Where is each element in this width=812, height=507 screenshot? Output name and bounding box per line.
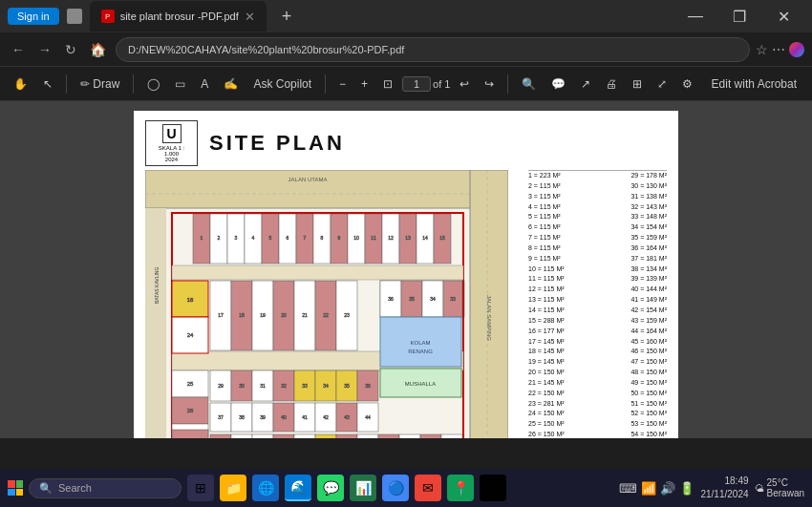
whatsapp-icon[interactable]: 💬 bbox=[317, 475, 344, 501]
page-title-area: U SKALA 1 : 1.000 2024 SITE PLAN bbox=[145, 120, 667, 166]
gmail-icon[interactable]: ✉ bbox=[415, 475, 441, 501]
svg-rect-129 bbox=[420, 434, 441, 438]
svg-rect-10 bbox=[172, 265, 463, 280]
map-area: JALAN UTAMA JALAN SAMPING bbox=[145, 170, 521, 438]
taskbar-right: ⌨ 📶 🔊 🔋 18:49 21/11/2024 🌤 25°C Berawan bbox=[619, 475, 804, 501]
browser-tab[interactable]: P site plant brosur -PDF.pdf ✕ bbox=[90, 1, 267, 32]
network-icon[interactable]: 📶 bbox=[641, 481, 656, 496]
svg-rect-123 bbox=[357, 434, 378, 438]
svg-text:42: 42 bbox=[323, 414, 329, 420]
taskview-button[interactable]: ⊞ bbox=[187, 475, 214, 501]
year-label: 2024 bbox=[165, 157, 178, 162]
draw-tool-button[interactable]: ✏ Draw bbox=[75, 74, 125, 94]
svg-text:21: 21 bbox=[302, 312, 308, 318]
text-tool-button[interactable]: A bbox=[195, 74, 214, 94]
zoom-in-button[interactable]: + bbox=[355, 74, 374, 94]
back-button[interactable]: ← bbox=[8, 40, 29, 59]
reload-button[interactable]: ↻ bbox=[61, 40, 80, 59]
svg-text:10: 10 bbox=[353, 235, 359, 241]
right-side-plots: 36 35 34 33 bbox=[380, 281, 464, 317]
clock[interactable]: 18:49 21/11/2024 bbox=[700, 475, 748, 501]
svg-text:3: 3 bbox=[235, 235, 238, 241]
svg-text:36: 36 bbox=[365, 383, 371, 389]
legend-panel: 1 = 223 M²29 = 178 M²2 = 115 M²30 = 130 … bbox=[528, 170, 667, 438]
chrome-icon[interactable]: 🔵 bbox=[382, 475, 409, 501]
fullscreen-button[interactable]: ⤢ bbox=[652, 74, 673, 94]
volume-icon[interactable]: 🔊 bbox=[660, 481, 675, 496]
start-button[interactable] bbox=[8, 480, 23, 496]
sign-in-button[interactable]: Sign in bbox=[8, 8, 59, 25]
eraser-tool-button[interactable]: ◯ bbox=[141, 74, 165, 94]
edge-taskbar-icon[interactable]: 🌊 bbox=[285, 475, 311, 501]
svg-rect-131 bbox=[441, 434, 462, 438]
fit-page-button[interactable]: ⊡ bbox=[377, 74, 398, 94]
excel-icon[interactable]: 📊 bbox=[350, 475, 376, 501]
svg-text:44: 44 bbox=[365, 414, 371, 420]
tab-title: site plant brosur -PDF.pdf bbox=[120, 11, 239, 22]
zoom-out-button[interactable]: − bbox=[333, 74, 352, 94]
shapes-tool-button[interactable]: ▭ bbox=[169, 74, 191, 94]
annotation-button[interactable]: 💬 bbox=[545, 74, 571, 94]
search-icon: 🔍 bbox=[39, 482, 53, 495]
legend-row: 15 = 288 M²43 = 159 M² bbox=[528, 316, 667, 327]
svg-text:35: 35 bbox=[409, 296, 415, 302]
settings-icon[interactable]: ⋯ bbox=[772, 42, 785, 57]
svg-text:43: 43 bbox=[344, 414, 350, 420]
page-number-input[interactable] bbox=[402, 76, 431, 92]
svg-text:34: 34 bbox=[323, 383, 329, 389]
weather-widget[interactable]: 🌤 25°C Berawan bbox=[755, 477, 804, 498]
svg-text:20: 20 bbox=[281, 312, 287, 318]
legend-row: 5 = 115 M²33 = 148 M² bbox=[528, 212, 667, 222]
edge-icon bbox=[789, 42, 804, 57]
ink-tool-button[interactable]: ✍ bbox=[218, 74, 244, 94]
toolbar-icons: ☆ ⋯ bbox=[756, 42, 804, 57]
favorites-icon[interactable]: ☆ bbox=[756, 42, 768, 57]
battery-icon[interactable]: 🔋 bbox=[679, 481, 694, 496]
title-bar: Sign in P site plant brosur -PDF.pdf ✕ +… bbox=[0, 0, 812, 32]
pan-tool-button[interactable]: ✋ bbox=[8, 74, 33, 94]
svg-text:BATAS KAVLING: BATAS KAVLING bbox=[154, 267, 160, 304]
tab-close-button[interactable]: ✕ bbox=[245, 10, 255, 24]
svg-text:39: 39 bbox=[260, 414, 266, 420]
legend-row: 9 = 115 M²37 = 181 M² bbox=[528, 254, 667, 264]
home-button[interactable]: 🏠 bbox=[86, 40, 110, 59]
tiktok-icon[interactable]: ♪ bbox=[480, 475, 506, 501]
copilot-button[interactable]: Ask Copilot bbox=[247, 74, 317, 94]
search-pdf-button[interactable]: 🔍 bbox=[516, 74, 542, 94]
top-row-plots: 1 2 3 4 5 6 7 bbox=[193, 214, 451, 264]
legend-row: 24 = 150 M²52 = 150 M² bbox=[528, 409, 667, 419]
scale-label: SKALA 1 : 1.000 bbox=[151, 145, 192, 157]
svg-text:32: 32 bbox=[281, 383, 287, 389]
legend-row: 13 = 115 M²41 = 149 M² bbox=[528, 295, 667, 306]
next-page-button[interactable]: ↪ bbox=[479, 74, 500, 94]
new-tab-button[interactable]: + bbox=[274, 7, 300, 27]
language-indicator[interactable]: ⌨ bbox=[619, 481, 637, 496]
scale-box: U SKALA 1 : 1.000 2024 bbox=[145, 120, 198, 166]
restore-button[interactable]: ❐ bbox=[718, 0, 760, 32]
maps-icon[interactable]: 📍 bbox=[447, 475, 474, 501]
pdf-toolbar: ✋ ↖ ✏ Draw ◯ ▭ A ✍ Ask Copilot − + ⊡ of … bbox=[0, 67, 812, 101]
svg-text:22: 22 bbox=[323, 312, 329, 318]
svg-text:40: 40 bbox=[281, 414, 287, 420]
prev-page-button[interactable]: ↩ bbox=[454, 74, 475, 94]
print-button[interactable]: 🖨 bbox=[600, 74, 623, 94]
file-explorer-icon[interactable]: 📁 bbox=[220, 475, 246, 501]
close-button[interactable]: ✕ bbox=[762, 0, 804, 32]
profile-icon bbox=[67, 9, 82, 24]
forward-button[interactable]: → bbox=[34, 40, 55, 59]
cursor-tool-button[interactable]: ↖ bbox=[37, 74, 58, 94]
svg-text:KOLAM: KOLAM bbox=[410, 340, 430, 346]
edit-acrobat-button[interactable]: Edit with Acrobat bbox=[704, 74, 804, 94]
legend-row: 18 = 145 M²46 = 150 M² bbox=[528, 347, 667, 357]
share-button[interactable]: ↗ bbox=[575, 74, 596, 94]
pdf-settings-button[interactable]: ⚙ bbox=[676, 74, 698, 94]
legend-row: 25 = 150 M²53 = 150 M² bbox=[528, 419, 667, 430]
search-bar[interactable]: 🔍 Search bbox=[29, 478, 182, 498]
weather-condition: Berawan bbox=[767, 488, 804, 498]
view-button[interactable]: ⊞ bbox=[627, 74, 648, 94]
mid-plots: 29 30 31 32 33 34 35 bbox=[210, 370, 378, 432]
minimize-button[interactable]: — bbox=[674, 0, 716, 32]
compass-north: U bbox=[162, 124, 182, 143]
address-input[interactable] bbox=[116, 37, 750, 62]
browser-icon[interactable]: 🌐 bbox=[252, 475, 279, 501]
